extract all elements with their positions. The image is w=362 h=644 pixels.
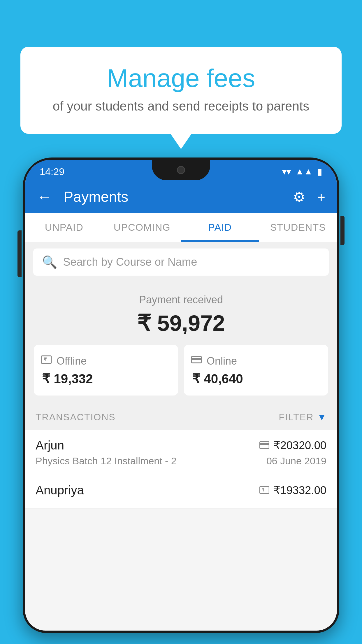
manage-fees-subtitle: of your students and send receipts to pa… [44, 99, 318, 113]
transaction-date: 06 June 2019 [266, 455, 326, 467]
tabs-container: UNPAID UPCOMING PAID STUDENTS [25, 213, 337, 242]
transaction-name: Arjun [36, 438, 64, 452]
transaction-row-top: Arjun ₹20320.00 [36, 438, 326, 452]
online-label: Online [207, 355, 237, 367]
table-row[interactable]: Arjun ₹20320.00 Physics Batch 12 Install… [25, 430, 337, 475]
phone-wrapper: 14:29 ▾▾ ▲▲ ▮ ← Payments ⚙ + UNPAID [23, 158, 339, 644]
filter-label: FILTER [279, 412, 314, 423]
camera [177, 166, 185, 174]
transaction-amount: ₹19332.00 [273, 484, 327, 497]
app-bar-actions: ⚙ + [293, 189, 325, 205]
offline-label: Offline [57, 355, 87, 367]
filter-icon: ▼ [317, 412, 326, 423]
payment-summary: Payment received ₹ 59,972 ₹ [25, 282, 337, 404]
search-placeholder: Search by Course or Name [63, 256, 197, 268]
tab-students[interactable]: STUDENTS [259, 213, 337, 242]
search-icon: 🔍 [42, 255, 57, 269]
phone-notch [152, 160, 210, 180]
gear-icon[interactable]: ⚙ [293, 189, 305, 205]
payment-received-label: Payment received [34, 294, 328, 306]
transaction-amount-container: ₹ ₹19332.00 [259, 484, 327, 497]
online-icon [191, 354, 202, 368]
status-time: 14:29 [40, 166, 64, 177]
transaction-amount: ₹20320.00 [273, 439, 327, 452]
add-icon[interactable]: + [317, 189, 325, 205]
payment-cards: ₹ Offline ₹ 19,332 [34, 345, 328, 396]
wifi-icon: ▾▾ [282, 167, 291, 177]
back-button[interactable]: ← [37, 188, 52, 206]
offline-card-top: ₹ Offline [41, 354, 87, 368]
tab-paid[interactable]: PAID [181, 213, 259, 242]
offline-icon: ₹ [41, 354, 52, 368]
payment-total-amount: ₹ 59,972 [34, 310, 328, 336]
speech-bubble: Manage fees of your students and send re… [20, 47, 342, 134]
signal-icon: ▲▲ [296, 167, 313, 176]
phone-outer: 14:29 ▾▾ ▲▲ ▮ ← Payments ⚙ + UNPAID [23, 158, 339, 633]
tab-upcoming[interactable]: UPCOMING [103, 213, 181, 242]
online-card-top: Online [191, 354, 237, 368]
tab-unpaid[interactable]: UNPAID [25, 213, 103, 242]
app-bar: ← Payments ⚙ + [25, 181, 337, 213]
svg-rect-6 [260, 487, 269, 494]
status-icons: ▾▾ ▲▲ ▮ [282, 167, 322, 177]
svg-text:₹: ₹ [262, 488, 264, 492]
transaction-amount-container: ₹20320.00 [259, 439, 327, 452]
offline-card: ₹ Offline ₹ 19,332 [34, 345, 178, 396]
offline-amount: ₹ 19,332 [41, 371, 93, 386]
transaction-row-bottom: Physics Batch 12 Installment - 2 06 June… [36, 455, 326, 467]
search-container: 🔍 Search by Course or Name [25, 242, 337, 282]
battery-icon: ▮ [317, 167, 322, 177]
speech-bubble-container: Manage fees of your students and send re… [20, 47, 342, 134]
transactions-label: TRANSACTIONS [36, 412, 116, 423]
offline-payment-icon: ₹ [259, 484, 269, 496]
transaction-course: Physics Batch 12 Installment - 2 [36, 455, 177, 467]
transaction-name: Anupriya [36, 483, 84, 497]
phone-inner: 14:29 ▾▾ ▲▲ ▮ ← Payments ⚙ + UNPAID [25, 160, 337, 631]
app-bar-title: Payments [64, 188, 284, 205]
table-row[interactable]: Anupriya ₹ ₹19332.00 [25, 475, 337, 509]
filter-button[interactable]: FILTER ▼ [279, 412, 326, 423]
online-card: Online ₹ 40,640 [184, 345, 328, 396]
card-payment-icon [259, 439, 269, 452]
transactions-header: TRANSACTIONS FILTER ▼ [25, 404, 337, 430]
manage-fees-title: Manage fees [44, 64, 318, 92]
search-box[interactable]: 🔍 Search by Course or Name [33, 249, 329, 276]
transaction-row-top: Anupriya ₹ ₹19332.00 [36, 483, 326, 497]
svg-text:₹: ₹ [44, 357, 47, 362]
svg-rect-3 [191, 358, 201, 360]
online-amount: ₹ 40,640 [191, 371, 243, 386]
svg-rect-5 [260, 443, 269, 445]
